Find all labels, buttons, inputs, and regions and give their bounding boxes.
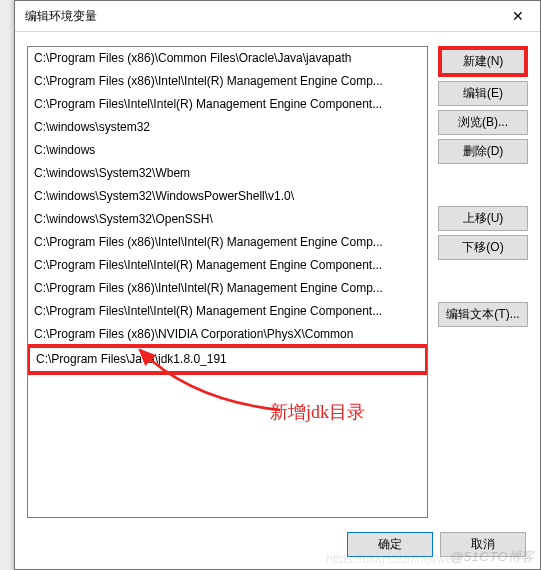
spacer	[438, 168, 528, 202]
button-sidebar: 新建(N) 编辑(E) 浏览(B)... 删除(D) 上移(U) 下移(O) 编…	[438, 46, 528, 522]
window-title: 编辑环境变量	[25, 8, 97, 25]
path-entry[interactable]: C:\Program Files (x86)\NVIDIA Corporatio…	[28, 323, 427, 346]
path-entry[interactable]: C:\windows\system32	[28, 116, 427, 139]
delete-button[interactable]: 删除(D)	[438, 139, 528, 164]
close-button[interactable]: ✕	[495, 1, 540, 32]
path-entry[interactable]: C:\windows\System32\WindowsPowerShell\v1…	[28, 185, 427, 208]
path-entry[interactable]: C:\Program Files (x86)\Intel\Intel(R) Ma…	[28, 70, 427, 93]
path-entry[interactable]: C:\Program Files (x86)\Intel\Intel(R) Ma…	[28, 277, 427, 300]
path-entry[interactable]: C:\windows\System32\Wbem	[28, 162, 427, 185]
spacer	[438, 264, 528, 298]
highlighted-entry-box: C:\Program Files\Java\jdk1.8.0_191	[27, 344, 428, 375]
edit-text-button[interactable]: 编辑文本(T)...	[438, 302, 528, 327]
path-entry[interactable]: C:\Program Files\Intel\Intel(R) Manageme…	[28, 254, 427, 277]
dialog-content: C:\Program Files (x86)\Common Files\Orac…	[15, 32, 540, 569]
move-up-button[interactable]: 上移(U)	[438, 206, 528, 231]
path-entry[interactable]: C:\Program Files\Java\jdk1.8.0_191	[30, 348, 425, 371]
upper-row: C:\Program Files (x86)\Common Files\Orac…	[27, 46, 528, 522]
watermark-url: https://blog.csdn.net/weix	[326, 552, 461, 566]
path-entry[interactable]: C:\windows	[28, 139, 427, 162]
path-entry[interactable]: C:\Program Files\Intel\Intel(R) Manageme…	[28, 300, 427, 323]
close-icon: ✕	[512, 8, 524, 24]
edit-button[interactable]: 编辑(E)	[438, 81, 528, 106]
path-entry[interactable]: C:\Program Files (x86)\Common Files\Orac…	[28, 47, 427, 70]
path-entry[interactable]: C:\Program Files (x86)\Intel\Intel(R) Ma…	[28, 231, 427, 254]
move-down-button[interactable]: 下移(O)	[438, 235, 528, 260]
new-button[interactable]: 新建(N)	[438, 46, 528, 77]
dialog-window: 编辑环境变量 ✕ C:\Program Files (x86)\Common F…	[14, 0, 541, 570]
watermark-main: @51CTO博客	[450, 548, 535, 566]
titlebar: 编辑环境变量 ✕	[15, 1, 540, 32]
path-entry[interactable]: C:\windows\System32\OpenSSH\	[28, 208, 427, 231]
path-entry[interactable]: C:\Program Files\Intel\Intel(R) Manageme…	[28, 93, 427, 116]
path-listbox[interactable]: C:\Program Files (x86)\Common Files\Orac…	[27, 46, 428, 518]
browse-button[interactable]: 浏览(B)...	[438, 110, 528, 135]
